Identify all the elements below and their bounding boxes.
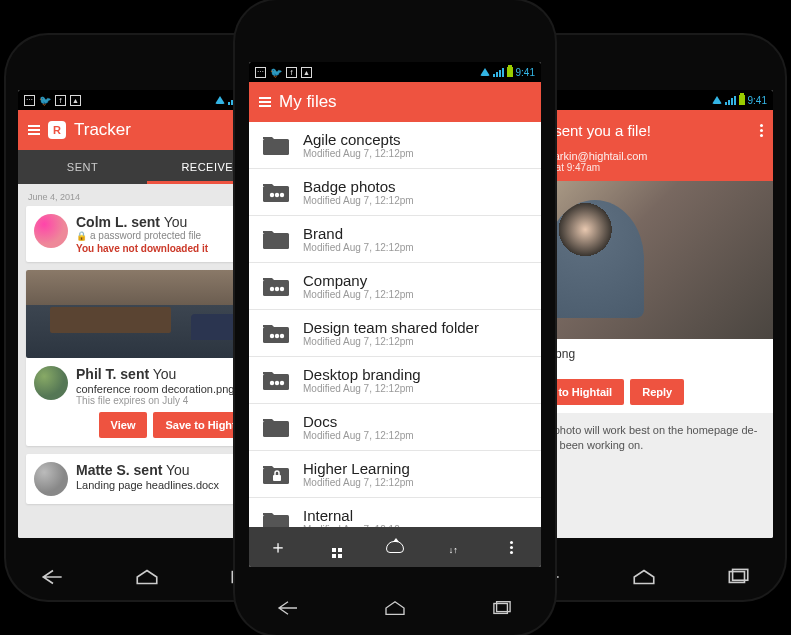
svg-rect-22	[263, 421, 289, 437]
signal-icon	[725, 96, 736, 105]
card-expiry: This file expires on July 4	[76, 395, 260, 406]
tab-sent[interactable]: SENT	[18, 150, 147, 184]
svg-point-12	[275, 287, 279, 291]
folder-modified: Modified Aug 7, 12:12pm	[303, 195, 414, 206]
folder-modified: Modified Aug 7, 12:12pm	[303, 477, 414, 488]
folder-name: Agile concepts	[303, 131, 414, 148]
more-icon[interactable]	[760, 124, 763, 137]
sender-email: colm.larkin@hightail.com	[525, 150, 763, 162]
svg-point-20	[275, 381, 279, 385]
svg-rect-9	[263, 233, 289, 249]
files-header: My files	[249, 82, 541, 122]
page-title: Tracker	[74, 120, 131, 140]
svg-point-21	[280, 381, 284, 385]
folder-item[interactable]: Desktop brandingModified Aug 7, 12:12pm	[249, 357, 541, 404]
tracker-card[interactable]: Colm L. sent You 🔒a password protected f…	[26, 206, 268, 262]
home-icon[interactable]	[134, 568, 160, 590]
svg-point-7	[275, 193, 279, 197]
card-title: Colm L. sent You	[76, 214, 208, 230]
wifi-icon	[215, 96, 225, 104]
home-icon[interactable]	[382, 599, 408, 621]
folder-icon	[261, 227, 291, 251]
twitter-icon: 🐦	[39, 95, 51, 106]
folder-name: Company	[303, 272, 414, 289]
status-time: 9:41	[748, 95, 767, 106]
image-notif-icon: ▲	[301, 67, 312, 78]
view-button[interactable]: View	[99, 412, 148, 438]
android-nav	[235, 599, 555, 621]
folder-name: Internal	[303, 507, 414, 524]
back-icon[interactable]	[40, 568, 66, 590]
folder-modified: Modified Aug 7, 12:12pm	[303, 289, 414, 300]
status-bar: ⋯ 🐦 f ▲ 9:41	[249, 62, 541, 82]
folder-item[interactable]: CompanyModified Aug 7, 12:12pm	[249, 263, 541, 310]
reply-button[interactable]: Reply	[630, 379, 684, 405]
svg-point-13	[280, 287, 284, 291]
svg-point-11	[270, 287, 274, 291]
svg-rect-25	[263, 515, 289, 527]
svg-point-6	[270, 193, 274, 197]
folder-modified: Modified Aug 7, 12:12pm	[303, 383, 421, 394]
file-list[interactable]: Agile conceptsModified Aug 7, 12:12pmBad…	[249, 122, 541, 527]
folder-name: Higher Learning	[303, 460, 414, 477]
folder-icon	[261, 180, 291, 204]
tracker-card[interactable]: Phil T. sent You conference room decorat…	[26, 270, 268, 446]
svg-point-16	[275, 334, 279, 338]
folder-name: Design team shared folder	[303, 319, 479, 336]
card-title: Phil T. sent You	[76, 366, 260, 382]
back-icon[interactable]	[275, 599, 301, 621]
folder-item[interactable]: Design team shared folderModified Aug 7,…	[249, 310, 541, 357]
grid-view-button[interactable]	[307, 536, 365, 558]
bottom-toolbar: ＋ ↓↑	[249, 527, 541, 567]
card-title: Matte S. sent You	[76, 462, 219, 478]
folder-name: Brand	[303, 225, 414, 242]
svg-point-15	[270, 334, 274, 338]
avatar	[34, 462, 68, 496]
wifi-icon	[712, 96, 722, 104]
folder-item[interactable]: InternalModified Aug 7, 12:12pm	[249, 498, 541, 527]
date-label: June 4, 2014	[28, 192, 266, 202]
folder-item[interactable]: Higher LearningModified Aug 7, 12:12pm	[249, 451, 541, 498]
notification-icon: ⋯	[24, 95, 35, 106]
folder-name: Desktop branding	[303, 366, 421, 383]
folder-icon	[261, 415, 291, 439]
sort-button[interactable]: ↓↑	[424, 537, 482, 558]
folder-item[interactable]: Badge photosModified Aug 7, 12:12pm	[249, 169, 541, 216]
folder-name: Docs	[303, 413, 414, 430]
svg-rect-24	[273, 475, 281, 481]
lock-icon: 🔒	[76, 231, 87, 241]
sent-time: , 2014 at 9:47am	[525, 162, 763, 173]
add-button[interactable]: ＋	[249, 535, 307, 559]
folder-item[interactable]: Agile conceptsModified Aug 7, 12:12pm	[249, 122, 541, 169]
recents-icon[interactable]	[489, 599, 515, 621]
recents-icon[interactable]	[725, 568, 751, 590]
facebook-icon: f	[55, 95, 66, 106]
avatar	[34, 366, 68, 400]
avatar	[34, 214, 68, 248]
folder-icon	[261, 321, 291, 345]
folder-modified: Modified Aug 7, 12:12pm	[303, 148, 414, 159]
file-thumbnail	[26, 270, 268, 358]
folder-icon	[261, 509, 291, 527]
folder-icon	[261, 462, 291, 486]
tracker-card[interactable]: Matte S. sent You Landing page headlines…	[26, 454, 268, 504]
folder-modified: Modified Aug 7, 12:12pm	[303, 430, 414, 441]
phone-files: ⋯ 🐦 f ▲ 9:41 My files Agile conceptsModi…	[235, 0, 555, 635]
home-icon[interactable]	[631, 568, 657, 590]
folder-item[interactable]: BrandModified Aug 7, 12:12pm	[249, 216, 541, 263]
app-logo-icon: R	[48, 121, 66, 139]
svg-point-17	[280, 334, 284, 338]
wifi-icon	[480, 68, 490, 76]
menu-icon[interactable]	[259, 97, 271, 107]
file-size: B	[525, 361, 763, 373]
signal-icon	[493, 68, 504, 77]
menu-icon[interactable]	[28, 125, 40, 135]
card-warning: You have not downloaded it	[76, 243, 208, 254]
card-filename: Landing page headlines.docx	[76, 479, 219, 491]
upload-button[interactable]	[366, 537, 424, 558]
folder-name: Badge photos	[303, 178, 414, 195]
page-title: My files	[279, 92, 337, 112]
facebook-icon: f	[286, 67, 297, 78]
more-button[interactable]	[483, 541, 541, 554]
folder-item[interactable]: DocsModified Aug 7, 12:12pm	[249, 404, 541, 451]
